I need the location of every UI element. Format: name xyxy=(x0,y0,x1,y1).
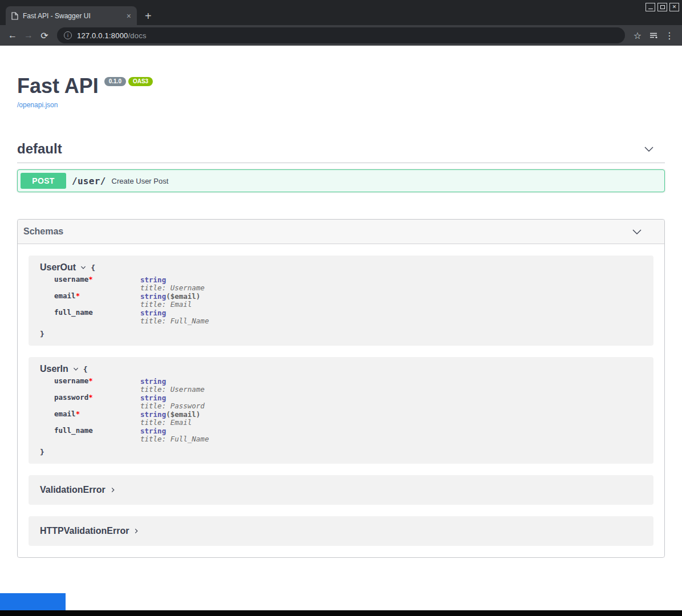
property-type: string xyxy=(140,377,166,386)
schemas-header[interactable]: Schemas xyxy=(18,220,664,244)
browser-menu-icon[interactable]: ⋮ xyxy=(661,27,677,43)
schemas-label: Schemas xyxy=(23,226,63,237)
new-tab-button[interactable]: + xyxy=(145,10,152,22)
property-row: username* string title: Username xyxy=(54,275,209,292)
window-controls: ✕ xyxy=(646,3,679,11)
api-title-text: Fast API xyxy=(17,76,99,96)
model-name: UserIn xyxy=(40,364,68,374)
model-name: UserOut xyxy=(40,262,76,273)
property-type: string xyxy=(140,275,166,284)
operation-path: /user/ xyxy=(72,176,106,187)
url-path: /docs xyxy=(128,31,147,40)
chevron-right-icon[interactable] xyxy=(133,528,140,534)
property-name: password xyxy=(54,393,88,402)
property-title: title: Username xyxy=(140,284,209,292)
property-name-cell: email* xyxy=(54,410,140,427)
property-desc-cell: string title: Full_Name xyxy=(140,309,209,325)
schemas-body: UserOut { username* string title: Userna… xyxy=(18,244,664,557)
property-type: string xyxy=(140,394,166,402)
property-title: title: Password xyxy=(140,402,209,410)
property-desc-cell: string($email) title: Email xyxy=(140,292,209,309)
url-address-bar[interactable]: i 127.0.0.1:8000/docs xyxy=(57,27,625,43)
property-name-cell: email* xyxy=(54,292,140,309)
chevron-down-icon[interactable] xyxy=(643,143,655,155)
close-button[interactable]: ✕ xyxy=(669,3,679,11)
tag-default-header[interactable]: default xyxy=(17,141,665,163)
property-title: title: Full_Name xyxy=(140,317,209,325)
property-name-cell: password* xyxy=(54,394,140,410)
brace-open: { xyxy=(83,365,88,374)
property-name-cell: full_name xyxy=(54,427,140,443)
property-type: string xyxy=(140,309,166,317)
chevron-right-icon[interactable] xyxy=(109,487,116,493)
property-desc-cell: string($email) title: Email xyxy=(140,410,209,427)
model-httpvalidationerror-toggle[interactable]: HTTPValidationError xyxy=(40,526,642,536)
reading-list-icon[interactable] xyxy=(646,27,661,43)
tag-section-default: default POST /user/ Create User Post xyxy=(17,141,665,192)
openapi-spec-link[interactable]: /openapi.json xyxy=(17,101,58,109)
property-row: password* string title: Password xyxy=(54,394,209,410)
close-icon: ✕ xyxy=(672,5,677,10)
swagger-ui: Fast API 0.1.0 OAS3 /openapi.json defaul… xyxy=(0,46,682,558)
tab-close-icon[interactable]: × xyxy=(127,12,131,20)
model-name: ValidationError xyxy=(40,485,105,495)
property-format: ($email) xyxy=(166,292,200,301)
required-star: * xyxy=(88,393,93,402)
chevron-down-icon[interactable] xyxy=(631,226,643,237)
model-properties: username* string title: Username email* … xyxy=(54,275,209,325)
page-favicon-icon xyxy=(11,12,18,20)
maximize-icon xyxy=(660,5,665,9)
property-desc-cell: string title: Username xyxy=(140,377,209,394)
operation-post-user[interactable]: POST /user/ Create User Post xyxy=(17,169,665,192)
brace-close: } xyxy=(40,448,642,456)
property-row: username* string title: Username xyxy=(54,377,209,394)
property-row: full_name string title: Full_Name xyxy=(54,309,209,325)
back-icon[interactable]: ← xyxy=(5,27,21,43)
model-userout-toggle[interactable]: UserOut { xyxy=(40,262,642,273)
property-name: username xyxy=(54,275,88,283)
property-name: full_name xyxy=(54,308,93,317)
site-info-icon[interactable]: i xyxy=(64,31,72,39)
bookmark-star-icon[interactable]: ☆ xyxy=(630,27,646,43)
status-bubble xyxy=(0,593,66,610)
property-format: ($email) xyxy=(166,410,200,419)
browser-toolbar: ← → ⟳ i 127.0.0.1:8000/docs ☆ ⋮ xyxy=(0,25,682,46)
property-name: username xyxy=(54,376,88,385)
property-desc-cell: string title: Username xyxy=(140,275,209,292)
property-name-cell: full_name xyxy=(54,309,140,325)
required-star: * xyxy=(76,291,80,300)
property-desc-cell: string title: Full_Name xyxy=(140,427,209,443)
chevron-down-icon[interactable] xyxy=(72,366,79,372)
model-properties: username* string title: Username passwor… xyxy=(54,377,209,443)
property-type: string xyxy=(140,410,166,419)
minimize-button[interactable] xyxy=(646,3,655,11)
tab-strip: Fast API - Swagger UI × + xyxy=(6,6,152,25)
model-userout: UserOut { username* string title: Userna… xyxy=(29,256,653,346)
chevron-down-icon[interactable] xyxy=(80,264,87,271)
property-title: title: Email xyxy=(140,419,209,427)
page-content: Fast API 0.1.0 OAS3 /openapi.json defaul… xyxy=(0,46,682,610)
window-titlebar: ✕ Fast API - Swagger UI × + xyxy=(0,0,682,25)
required-star: * xyxy=(76,410,80,418)
api-info: Fast API 0.1.0 OAS3 /openapi.json xyxy=(17,76,665,110)
model-userin-toggle[interactable]: UserIn { xyxy=(40,364,642,374)
property-name: full_name xyxy=(54,426,93,435)
maximize-button[interactable] xyxy=(657,3,667,11)
brace-close: } xyxy=(40,330,642,338)
property-type: string xyxy=(140,292,166,301)
property-title: title: Username xyxy=(140,386,209,394)
method-badge: POST xyxy=(21,173,66,189)
required-star: * xyxy=(88,275,93,283)
reload-icon[interactable]: ⟳ xyxy=(36,27,52,43)
model-httpvalidationerror: HTTPValidationError xyxy=(29,516,653,546)
property-row: full_name string title: Full_Name xyxy=(54,427,209,443)
model-validationerror-toggle[interactable]: ValidationError xyxy=(40,485,642,495)
model-userin: UserIn { username* string title: Usernam… xyxy=(29,357,653,464)
forward-icon: → xyxy=(21,27,36,43)
browser-tab-active[interactable]: Fast API - Swagger UI × xyxy=(6,6,137,25)
property-type: string xyxy=(140,427,166,435)
property-name-cell: username* xyxy=(54,377,140,394)
window-bottom-edge xyxy=(0,610,682,616)
property-title: title: Email xyxy=(140,301,209,309)
url-host: 127.0.0.1:8000 xyxy=(77,31,128,40)
